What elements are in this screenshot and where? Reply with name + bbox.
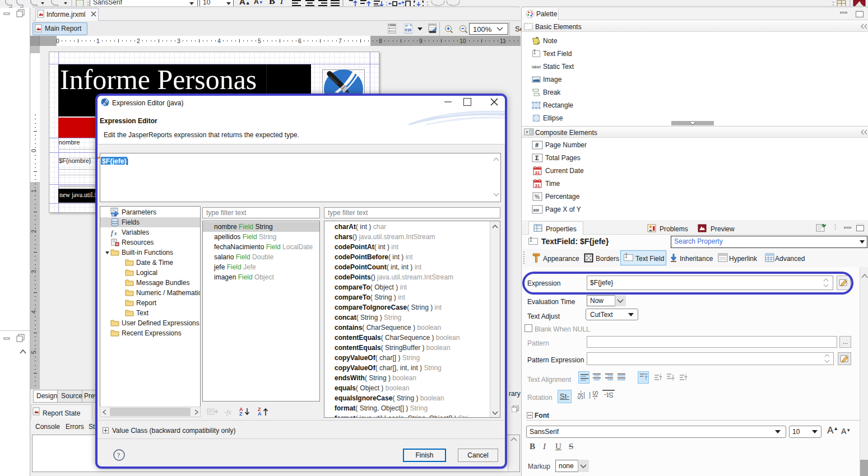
- svg-text:?: ?: [117, 451, 120, 459]
- svg-text:-fx: -fx: [224, 408, 231, 416]
- svg-text:#/#: #/#: [533, 208, 540, 213]
- svg-text:#: #: [535, 142, 539, 148]
- svg-text:%: %: [535, 194, 540, 200]
- svg-text:Σ: Σ: [535, 155, 539, 161]
- svg-text:31: 31: [535, 183, 540, 188]
- svg-text:label: label: [532, 64, 541, 69]
- svg-text:31: 31: [535, 170, 540, 175]
- svg-text:x: x: [114, 230, 117, 236]
- svg-text:#: #: [526, 129, 528, 135]
- svg-text:010: 010: [405, 28, 412, 32]
- svg-text:IN: IN: [112, 214, 115, 217]
